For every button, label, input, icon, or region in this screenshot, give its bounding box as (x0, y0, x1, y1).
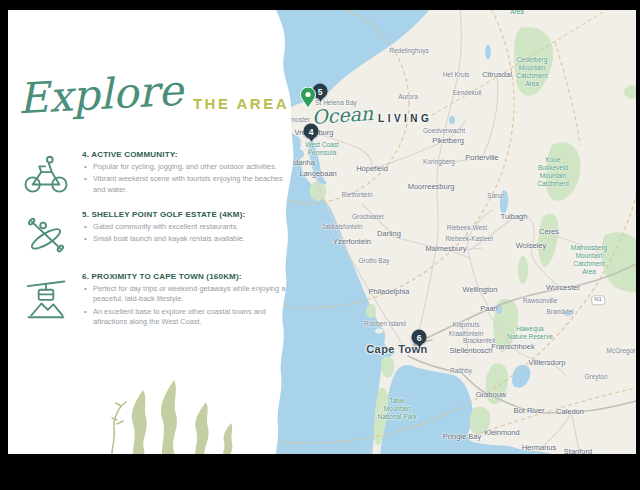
map-label-tulbagh: Tulbagh (501, 212, 528, 221)
map-label-saron: Saron (487, 192, 504, 200)
map-label-pringle-bay: Pringle Bay (443, 432, 481, 441)
map-label-worcester: Worcester (546, 283, 580, 292)
marker-number: 6 (417, 332, 422, 342)
map-label-caledon: Caledon (556, 407, 584, 416)
bullet-item: Perfect for day trips or weekend getaway… (82, 284, 288, 305)
title-caps: THE AREA (193, 95, 289, 112)
map-label-koringberg: Koringberg (423, 158, 455, 166)
map-label-rawsonville: Rawsonville (523, 297, 558, 305)
map-label-grabouw: Grabouw (476, 390, 506, 399)
map-label-aurora: Aurora (398, 93, 418, 101)
section-heading: 6. PROXIMITY TO CAPE TOWN (160KM): (82, 272, 288, 281)
bullet-item: Vibrant weekend scene with tourists enjo… (82, 174, 288, 195)
map-label-grotto-bay: Grotto Bay (358, 257, 389, 265)
letterbox-left (0, 0, 8, 490)
map-label-malmesbury: Malmesbury (426, 244, 467, 253)
bullet-list: Popular for cycling, jogging, and other … (82, 162, 288, 195)
map-label-citrusdal: Citrusdal (482, 70, 512, 79)
map-label-piketberg: Piketberg (432, 136, 464, 145)
cable-car-icon (20, 272, 72, 329)
letterbox-right (636, 0, 640, 490)
section-golf-estate: 5. SHELLEY POINT GOLF ESTATE (4KM): Gate… (20, 210, 288, 259)
map-label-robben-island: Robben Island (364, 320, 406, 328)
map-label-langebaan: Langebaan (299, 169, 337, 178)
section-text: 5. SHELLEY POINT GOLF ESTATE (4KM): Gate… (82, 210, 288, 259)
kayak-icon (20, 210, 72, 259)
map-label-villiersdorp: Villiersdorp (529, 358, 566, 367)
map-label-koue-bokkeveld-mountain-catchment: Koue Bokkeveld Mountain Catchment (537, 156, 568, 189)
brochure-frame: AreaCederberg Mountain Catchment AreaKou… (0, 0, 640, 490)
marker-number: 5 (318, 86, 323, 96)
map-label-stanford: Stanford (564, 447, 592, 454)
map-label-riebeek-west: Riebeek West (447, 224, 487, 232)
section-cape-town: 6. PROXIMITY TO CAPE TOWN (160KM): Perfe… (20, 272, 288, 329)
map-label-n1: N1 (591, 295, 605, 305)
map-label-kleinmond: Kleinmond (484, 428, 519, 437)
map-label-porterville: Porterville (465, 153, 498, 162)
map-label-yzerfontein: Yzerfontein (333, 237, 371, 246)
map-label-hermanus: Hermanus (522, 443, 557, 452)
brand-caps-text: LIVING (378, 113, 432, 124)
map-label-jakkalsfontein: Jakkalsfontein (321, 223, 362, 231)
map-label-hawequa-nature-reserve: Hawequa Nature Reserve (507, 325, 553, 341)
letterbox-bottom (0, 454, 640, 490)
map-label-het-kruis: Het Kruis (443, 71, 470, 79)
bullet-item: Small boat launch and kayak rentals avai… (82, 234, 288, 244)
map-label-franschhoek: Franschhoek (491, 342, 534, 351)
bullet-list: Gated community with excellent restauran… (82, 222, 288, 245)
bullet-item: Popular for cycling, jogging, and other … (82, 162, 288, 172)
map-label-brackenfell: Brackenfell (463, 337, 495, 345)
section-heading: 4. ACTIVE COMMUNITY: (82, 150, 288, 159)
map-label-kraaifontein: Kraaifontein (449, 330, 484, 338)
map-label-philadelphia: Philadelphia (369, 287, 410, 296)
map-label-area: Area (510, 10, 524, 16)
map-label-eendekuil: Eendekuil (453, 89, 482, 97)
map-label-rietfontein: Rietfontein (341, 191, 372, 199)
feature-sections: 4. ACTIVE COMMUNITY: Popular for cycling… (20, 150, 288, 343)
map-label-cederberg-mountain-catchment-area: Cederberg Mountain Catchment Area (516, 56, 547, 89)
bullet-item: An excellent base to explore other coast… (82, 307, 288, 328)
map-label-west-coast-peninsula: West Coast Peninsula (305, 141, 338, 157)
map-label-grootwater: Grootwater (352, 213, 384, 221)
kelp-decoration (96, 372, 246, 454)
section-text: 6. PROXIMITY TO CAPE TOWN (160KM): Perfe… (82, 272, 288, 329)
title-script: Explore (17, 66, 184, 124)
section-heading: 5. SHELLEY POINT GOLF ESTATE (4KM): (82, 210, 288, 219)
page-title: Explore THE AREA (18, 70, 289, 119)
map-label-wellington: Wellington (463, 285, 498, 294)
map-label-hopefield: Hopefield (356, 164, 388, 173)
map-label-stellenbosch: Stellenbosch (450, 346, 493, 355)
bullet-list: Perfect for day trips or weekend getaway… (82, 284, 288, 327)
map-label-mcgregor: McGregor (607, 347, 636, 355)
section-text: 4. ACTIVE COMMUNITY: Popular for cycling… (82, 150, 288, 197)
letterbox-top (0, 0, 640, 10)
map-label-paarl: Paarl (480, 304, 498, 313)
cyclist-icon (20, 150, 72, 197)
section-active-community: 4. ACTIVE COMMUNITY: Popular for cycling… (20, 150, 288, 197)
map-label-redelinghuys: Redelinghuys (389, 47, 428, 55)
map-label-klapmuts: Klapmuts (452, 321, 479, 329)
map-label-brandvlei: Brandvlei (546, 308, 573, 316)
map-marker-6: 6 (412, 330, 427, 345)
brand-script-text: Ocean (311, 102, 373, 128)
map-label-table-mountain-national-park: Table Mountain National Park (377, 397, 416, 421)
brochure-page: AreaCederberg Mountain Catchment AreaKou… (8, 10, 636, 454)
map-label-wolseley: Wolseley (516, 241, 546, 250)
map-label-raithby: Raithby (450, 367, 472, 375)
map-label-greyton: Greyton (584, 373, 607, 381)
map-label-bot-river: Bot River (514, 406, 545, 415)
map-label-riebeek-kasteel: Riebeek-Kasteel (445, 235, 493, 243)
bullet-item: Gated community with excellent restauran… (82, 222, 288, 232)
map-label-ceres: Ceres (539, 227, 559, 236)
map-label-moorreesburg: Moorreesburg (408, 182, 455, 191)
map-label-goedverwacht: Goedverwacht (423, 127, 465, 135)
brand-logo: Ocean LIVING (312, 104, 432, 126)
map-label-darling: Darling (377, 229, 401, 238)
map-label-matroosberg-mountain-catchment-area: Matroosberg Mountain Catchment Area (571, 244, 608, 277)
